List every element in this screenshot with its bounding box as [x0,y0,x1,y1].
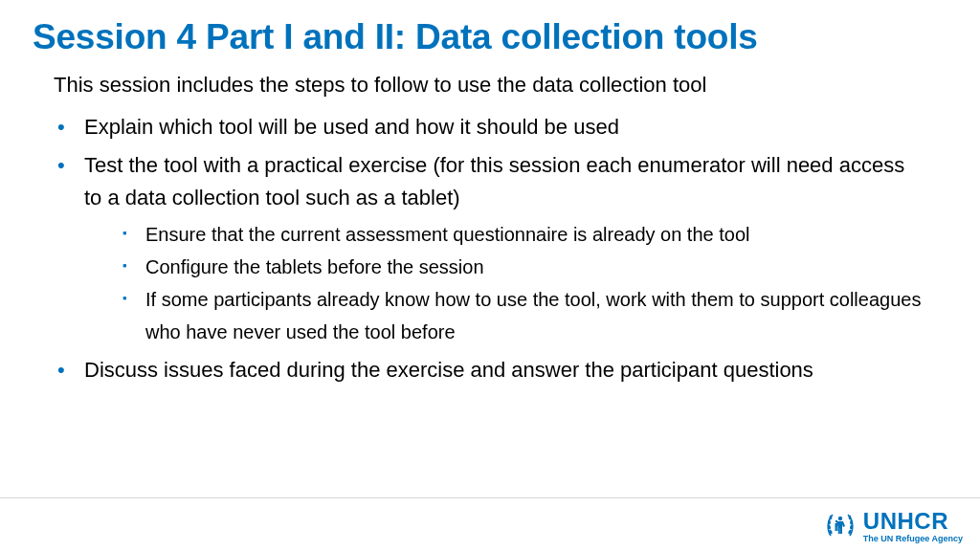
list-item: Discuss issues faced during the exercise… [54,354,926,386]
svg-point-9 [835,520,837,522]
svg-point-8 [838,517,842,520]
list-item: If some participants already know how to… [122,283,926,348]
logo-tagline: The UN Refugee Agency [863,535,963,543]
bullet-list: Explain which tool will be used and how … [54,111,926,386]
intro-text: This session includes the steps to follo… [54,69,926,101]
sub-bullet-list: Ensure that the current assessment quest… [84,218,926,348]
list-item: Ensure that the current assessment quest… [122,218,926,251]
slide-title: Session 4 Part I and II: Data collection… [0,0,980,65]
logo-text: UNHCR The UN Refugee Agency [863,510,963,543]
list-item: Configure the tablets before the session [122,251,926,283]
unhcr-logo: UNHCR The UN Refugee Agency [823,507,963,545]
slide-body: This session includes the steps to follo… [0,65,980,386]
list-item: Explain which tool will be used and how … [54,111,926,143]
slide: Session 4 Part I and II: Data collection… [0,0,980,551]
list-item: Test the tool with a practical exercise … [54,149,926,348]
slide-footer: UNHCR The UN Refugee Agency [0,497,980,551]
logo-name: UNHCR [863,510,963,533]
unhcr-laurel-icon [823,507,858,545]
list-item-text: Test the tool with a practical exercise … [84,153,904,209]
